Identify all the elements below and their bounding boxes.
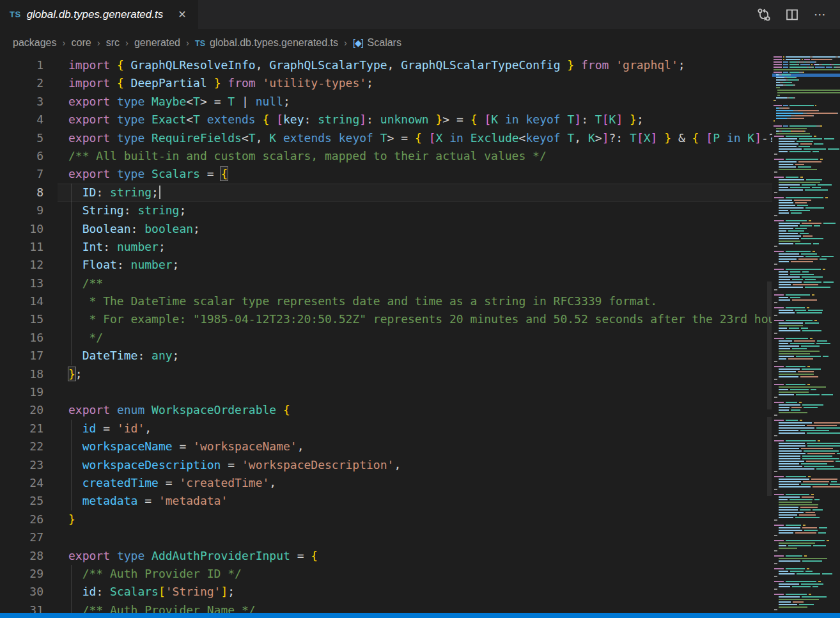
- minimap-line: [774, 594, 811, 595]
- breadcrumb-item-packages[interactable]: packages: [13, 37, 57, 49]
- minimap-line: [774, 182, 820, 183]
- breadcrumb-item-generated[interactable]: generated: [134, 37, 180, 49]
- indent-guide: [71, 474, 72, 492]
- code-line[interactable]: 11 Int: number;: [0, 238, 772, 256]
- overview-ruler-decoration: [767, 417, 772, 496]
- breadcrumb-item-symbol[interactable]: [◆]Scalars: [353, 37, 401, 49]
- close-icon[interactable]: ✕: [175, 7, 189, 22]
- open-changes-icon[interactable]: [754, 5, 774, 24]
- minimap-line: [774, 507, 818, 508]
- minimap-line: [774, 110, 819, 111]
- minimap-line: [774, 256, 834, 257]
- code-line[interactable]: 21 id = 'id',: [0, 420, 772, 438]
- line-number: 31: [0, 601, 43, 613]
- minimap-line: [774, 125, 822, 127]
- tab-global-db-types[interactable]: TS global.db.types.generated.ts ✕: [0, 0, 198, 29]
- minimap-line: [774, 530, 818, 531]
- minimap-line: [774, 376, 818, 377]
- code-line[interactable]: 9 String: string;: [0, 202, 772, 219]
- minimap-line: [774, 179, 822, 180]
- minimap-line: [774, 550, 777, 551]
- code-line[interactable]: 19: [0, 383, 772, 401]
- minimap-line: [774, 148, 839, 150]
- minimap-line: [774, 202, 807, 203]
- code-text: /** Auth Provider ID */: [43, 565, 242, 583]
- indent-guide: [71, 292, 72, 310]
- minimap-line: [774, 545, 826, 546]
- code-text: * For example: "1985-04-12T23:20:50.52Z"…: [43, 310, 772, 328]
- code-line[interactable]: 14 * The DateTime scalar type represents…: [0, 292, 772, 310]
- code-line[interactable]: 8 ID: string;: [0, 184, 772, 202]
- minimap-line: [774, 100, 776, 101]
- minimap-line: [774, 379, 777, 380]
- code-line[interactable]: 27: [0, 528, 772, 546]
- tab-title: global.db.types.generated.ts: [27, 8, 164, 21]
- code-line[interactable]: 3export type Maybe<T> = T | null;: [0, 93, 772, 111]
- minimap-line: [774, 212, 802, 214]
- minimap-line: [774, 489, 777, 490]
- minimap-line: [774, 456, 832, 457]
- minimap-line: [774, 606, 807, 608]
- code-line[interactable]: 23 workspaceDescription = 'workspaceDesc…: [0, 456, 772, 474]
- code-line[interactable]: 2import { DeepPartial } from 'utility-ty…: [0, 74, 772, 92]
- code-line[interactable]: 18};: [0, 365, 772, 383]
- code-line[interactable]: 24 createdTime = 'createdTime',: [0, 474, 772, 492]
- minimap-line: [774, 445, 840, 447]
- code-line[interactable]: 12 Float: number;: [0, 256, 772, 274]
- line-number: 9: [0, 202, 43, 219]
- minimap-line: [774, 345, 820, 347]
- code-line[interactable]: 10 Boolean: boolean;: [0, 220, 772, 238]
- minimap-line: [774, 284, 818, 285]
- indent-guide: [71, 256, 72, 274]
- minimap-line: [774, 476, 811, 477]
- line-number: 3: [0, 93, 43, 111]
- line-number: 11: [0, 238, 43, 256]
- code-line[interactable]: 4export type Exact<T extends { [key: str…: [0, 111, 772, 129]
- code-line[interactable]: 31 /** Auth Provider Name */: [0, 601, 772, 613]
- minimap-line: [774, 136, 816, 137]
- minimap-line: [774, 479, 837, 480]
- overview-ruler[interactable]: [766, 56, 772, 613]
- status-bar[interactable]: [0, 613, 840, 618]
- minimap-line: [774, 261, 813, 262]
- indent-guide: [71, 220, 72, 238]
- code-line[interactable]: 26}: [0, 511, 772, 528]
- line-number: 24: [0, 474, 43, 492]
- minimap-line: [774, 361, 777, 362]
- code-text: import { DeepPartial } from 'utility-typ…: [43, 74, 373, 92]
- minimap-line: [774, 67, 840, 68]
- code-line[interactable]: 20export enum WorkspaceOrderable {: [0, 401, 772, 419]
- minimap-line: [774, 84, 795, 86]
- minimap-line: [774, 343, 830, 344]
- text-cursor: [159, 186, 160, 199]
- breadcrumb-item-file[interactable]: TSglobal.db.types.generated.ts: [195, 37, 338, 49]
- code-editor[interactable]: 1import { GraphQLResolveInfo, GraphQLSca…: [0, 56, 772, 613]
- code-line[interactable]: 7export type Scalars = {: [0, 165, 772, 183]
- code-line[interactable]: 5export type RequireFields<T, K extends …: [0, 129, 772, 147]
- code-line[interactable]: 28export type AddAuthProviderInput = {: [0, 547, 772, 565]
- code-line[interactable]: 16 */: [0, 329, 772, 347]
- minimap-line: [774, 450, 840, 452]
- minimap-line: [774, 525, 805, 526]
- code-line[interactable]: 6/** All built-in and custom scalars, ma…: [0, 147, 772, 165]
- minimap-line: [774, 389, 816, 390]
- code-line[interactable]: 15 * For example: "1985-04-12T23:20:50.5…: [0, 310, 772, 328]
- code-line[interactable]: 30 id: Scalars['String'];: [0, 583, 772, 601]
- code-line[interactable]: 25 metadata = 'metadata': [0, 492, 772, 510]
- minimap[interactable]: [772, 56, 840, 613]
- code-line[interactable]: 29 /** Auth Provider ID */: [0, 565, 772, 583]
- minimap-line: [774, 484, 840, 485]
- breadcrumb-item-src[interactable]: src: [106, 37, 120, 49]
- split-editor-icon[interactable]: [782, 5, 802, 24]
- minimap-line: [774, 499, 820, 500]
- code-line[interactable]: 22 workspaceName = 'workspaceName',: [0, 438, 772, 456]
- code-line[interactable]: 17 DateTime: any;: [0, 347, 772, 365]
- more-actions-icon[interactable]: ⋯: [811, 5, 830, 24]
- minimap-line: [774, 386, 826, 388]
- breadcrumb-separator-icon: ›: [186, 37, 189, 48]
- minimap-line: [774, 276, 823, 278]
- minimap-line: [774, 69, 840, 70]
- code-line[interactable]: 13 /**: [0, 274, 772, 292]
- breadcrumb-item-core[interactable]: core: [72, 37, 91, 49]
- code-line[interactable]: 1import { GraphQLResolveInfo, GraphQLSca…: [0, 56, 772, 74]
